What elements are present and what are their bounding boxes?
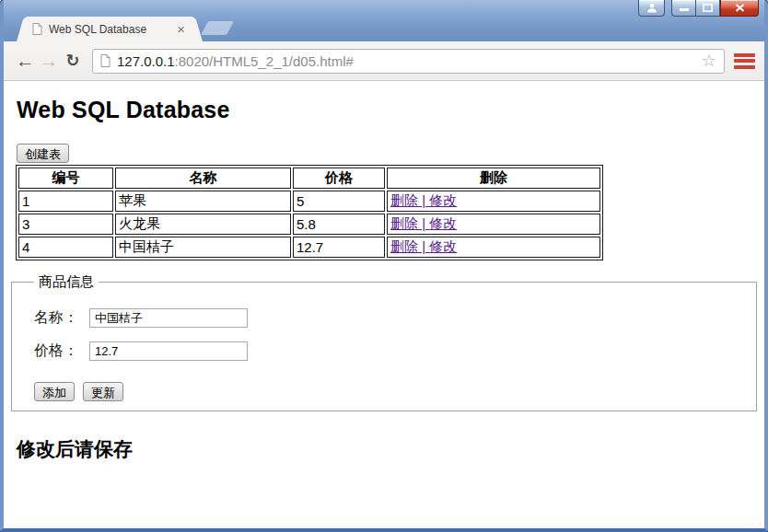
create-table-row: 创建表 xyxy=(17,144,757,163)
save-note-heading: 修改后请保存 xyxy=(17,436,757,462)
header-name: 名称 xyxy=(115,168,291,189)
header-id: 编号 xyxy=(18,168,113,189)
maximize-button[interactable] xyxy=(695,0,720,17)
forward-icon[interactable]: → xyxy=(37,52,61,70)
delete-link[interactable]: 删除 xyxy=(390,215,418,231)
maximize-icon xyxy=(703,4,713,12)
titlebar: Web SQL Database × xyxy=(4,0,764,41)
table-row: 1 苹果 5 删除 | 修改 xyxy=(18,191,600,212)
url-host: 127.0.0.1 xyxy=(117,53,175,69)
action-separator: | xyxy=(418,238,429,254)
cell-price: 5.8 xyxy=(293,214,385,235)
page-doc-icon xyxy=(32,23,42,35)
delete-link[interactable]: 删除 xyxy=(390,238,418,254)
header-delete: 删除 xyxy=(387,168,600,189)
bookmark-star-icon[interactable]: ☆ xyxy=(702,52,716,69)
cell-id: 3 xyxy=(18,214,113,235)
cell-price: 12.7 xyxy=(293,237,385,258)
edit-link[interactable]: 修改 xyxy=(429,238,457,254)
cell-actions: 删除 | 修改 xyxy=(387,191,600,212)
product-info-fieldset: 商品信息 名称： 价格： 添加 更新 xyxy=(11,273,757,411)
cell-price: 5 xyxy=(293,191,385,212)
cell-name: 苹果 xyxy=(115,191,291,212)
form-buttons-row: 添加 更新 xyxy=(34,382,747,401)
table-row: 3 火龙果 5.8 删除 | 修改 xyxy=(18,214,600,235)
edit-link[interactable]: 修改 xyxy=(429,192,457,208)
person-icon xyxy=(646,3,657,13)
url-text: 127.0.0.1:8020/HTML5_2_1/d05.html# xyxy=(117,53,354,69)
table-header-row: 编号 名称 价格 删除 xyxy=(18,168,600,189)
header-price: 价格 xyxy=(293,168,385,189)
name-field-row: 名称： xyxy=(34,308,747,328)
minimize-button[interactable] xyxy=(671,0,695,17)
delete-link[interactable]: 删除 xyxy=(390,192,418,208)
price-field-row: 价格： xyxy=(34,341,747,361)
table-row: 4 中国桔子 12.7 删除 | 修改 xyxy=(18,237,600,258)
cell-actions: 删除 | 修改 xyxy=(387,237,600,258)
page-content: Web SQL Database 创建表 编号 名称 价格 删除 1 苹果 5 … xyxy=(4,81,764,528)
price-input[interactable] xyxy=(89,341,248,361)
name-input[interactable] xyxy=(89,308,248,328)
browser-toolbar: ← → ↻ 127.0.0.1:8020/HTML5_2_1/d05.html#… xyxy=(4,41,764,81)
fieldset-legend: 商品信息 xyxy=(34,273,99,291)
page-title: Web SQL Database xyxy=(17,97,757,123)
action-separator: | xyxy=(418,215,429,231)
tab-title: Web SQL Database xyxy=(49,23,175,36)
address-bar[interactable]: 127.0.0.1:8020/HTML5_2_1/d05.html# ☆ xyxy=(92,49,725,74)
browser-tab[interactable]: Web SQL Database × xyxy=(26,17,193,41)
create-table-button[interactable]: 创建表 xyxy=(17,144,69,163)
products-table: 编号 名称 价格 删除 1 苹果 5 删除 | 修改 3 火龙果 5.8 删除 … xyxy=(16,165,603,260)
edit-link[interactable]: 修改 xyxy=(429,215,457,231)
minimize-icon xyxy=(680,4,689,12)
tab-close-icon[interactable]: × xyxy=(175,22,187,36)
price-label: 价格： xyxy=(34,341,82,361)
close-x-icon xyxy=(735,4,745,12)
profile-avatar-button[interactable] xyxy=(638,0,665,17)
url-path: :8020/HTML5_2_1/d05.html# xyxy=(175,53,354,69)
refresh-icon[interactable]: ↻ xyxy=(61,52,85,69)
add-button[interactable]: 添加 xyxy=(34,382,75,401)
cell-name: 中国桔子 xyxy=(115,237,291,258)
update-button[interactable]: 更新 xyxy=(83,382,123,401)
close-button[interactable] xyxy=(720,0,759,17)
window-controls xyxy=(638,0,759,17)
cell-actions: 删除 | 修改 xyxy=(387,214,600,235)
new-tab-button[interactable] xyxy=(201,21,234,35)
back-icon[interactable]: ← xyxy=(13,52,37,70)
cell-name: 火龙果 xyxy=(115,214,291,235)
name-label: 名称： xyxy=(34,308,82,328)
cell-id: 4 xyxy=(18,237,113,258)
cell-id: 1 xyxy=(18,191,113,212)
action-separator: | xyxy=(418,192,429,208)
menu-icon[interactable] xyxy=(734,53,755,69)
url-doc-icon xyxy=(100,54,111,67)
browser-window: Web SQL Database × ← → ↻ 127.0.0.1:8020/… xyxy=(0,0,768,532)
